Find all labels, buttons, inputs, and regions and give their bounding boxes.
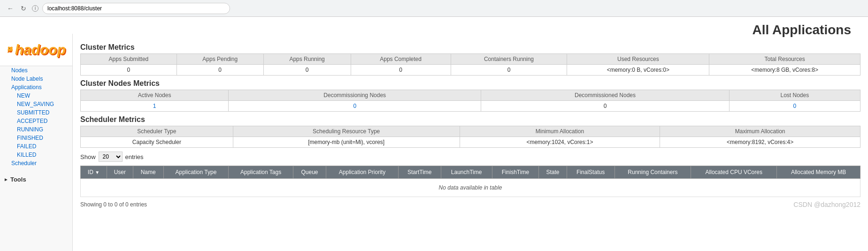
val-containers-running: 0 bbox=[451, 65, 567, 76]
elephant-icon bbox=[7, 40, 14, 59]
col-apps-running: Apps Running bbox=[263, 54, 351, 65]
show-label: Show bbox=[80, 153, 96, 160]
th-launch-time: LaunchTime bbox=[441, 166, 492, 179]
hadoop-logo-text: hadoop bbox=[15, 42, 66, 58]
tools-section-title[interactable]: ► Tools bbox=[4, 175, 69, 184]
applications-table: ID ▼ User Name Application Type Applicat… bbox=[80, 166, 860, 197]
browser-chrome: ← ↻ i bbox=[0, 0, 868, 17]
col-total-resources: Total Resources bbox=[709, 54, 860, 65]
val-used-resources: <memory:0 B, vCores:0> bbox=[567, 65, 709, 76]
th-application-type: Application Type bbox=[163, 166, 229, 179]
col-apps-completed: Apps Completed bbox=[351, 54, 451, 65]
val-scheduling-resource-type: [memory-mb (unit=Mi), vcores] bbox=[233, 137, 460, 148]
th-queue: Queue bbox=[293, 166, 326, 179]
no-data-cell: No data available in table bbox=[81, 179, 860, 197]
sidebar-item-node-labels[interactable]: Node Labels bbox=[4, 75, 69, 83]
th-allocated-memory-mb: Allocated Memory MB bbox=[777, 166, 860, 179]
lost-nodes-link[interactable]: 0 bbox=[793, 103, 797, 109]
col-containers-running: Containers Running bbox=[451, 54, 567, 65]
cluster-nodes-table: Active Nodes Decommissioning Nodes Decom… bbox=[80, 90, 860, 112]
sidebar-item-applications[interactable]: Applications bbox=[4, 83, 69, 91]
active-nodes-link[interactable]: 1 bbox=[153, 103, 156, 109]
sidebar-item-running[interactable]: RUNNING bbox=[4, 125, 69, 134]
decommissioning-nodes-link[interactable]: 0 bbox=[353, 103, 356, 109]
val-apps-submitted: 0 bbox=[81, 65, 177, 76]
cluster-nodes-title: Cluster Nodes Metrics bbox=[80, 79, 860, 88]
th-application-priority: Application Priority bbox=[326, 166, 399, 179]
svg-point-7 bbox=[11, 51, 12, 53]
scheduler-metrics-title: Scheduler Metrics bbox=[80, 115, 860, 124]
svg-point-3 bbox=[11, 46, 13, 49]
val-active-nodes[interactable]: 1 bbox=[81, 101, 229, 112]
th-finish-time: FinishTime bbox=[492, 166, 538, 179]
col-scheduler-type: Scheduler Type bbox=[81, 126, 233, 137]
th-state: State bbox=[539, 166, 567, 179]
url-bar[interactable] bbox=[42, 3, 230, 14]
val-apps-completed: 0 bbox=[351, 65, 451, 76]
th-running-containers: Running Containers bbox=[615, 166, 691, 179]
col-lost-nodes: Lost Nodes bbox=[729, 90, 860, 101]
sidebar-item-new-saving[interactable]: NEW_SAVING bbox=[4, 100, 69, 108]
col-active-nodes: Active Nodes bbox=[81, 90, 229, 101]
svg-point-4 bbox=[9, 48, 10, 49]
th-user: User bbox=[107, 166, 133, 179]
sidebar-item-finished[interactable]: FINISHED bbox=[4, 134, 69, 142]
security-icon: i bbox=[32, 5, 38, 12]
sidebar-item-failed[interactable]: FAILED bbox=[4, 142, 69, 151]
cluster-metrics-table: Apps Submitted Apps Pending Apps Running… bbox=[80, 53, 860, 76]
sidebar-item-submitted[interactable]: SUBMITTED bbox=[4, 108, 69, 117]
scheduler-metrics-table: Scheduler Type Scheduling Resource Type … bbox=[80, 126, 860, 148]
th-start-time: StartTime bbox=[398, 166, 441, 179]
val-maximum-allocation: <memory:8192, vCores:4> bbox=[660, 137, 860, 148]
col-decommissioned-nodes: Decommissioned Nodes bbox=[481, 90, 729, 101]
entries-suffix: entries bbox=[125, 153, 144, 160]
val-lost-nodes[interactable]: 0 bbox=[729, 101, 860, 112]
sidebar-item-scheduler[interactable]: Scheduler bbox=[4, 159, 69, 167]
tools-section: ► Tools bbox=[0, 173, 72, 186]
col-used-resources: Used Resources bbox=[567, 54, 709, 65]
svg-point-5 bbox=[8, 51, 9, 53]
col-apps-pending: Apps Pending bbox=[177, 54, 263, 65]
th-name: Name bbox=[133, 166, 163, 179]
col-apps-submitted: Apps Submitted bbox=[81, 54, 177, 65]
col-minimum-allocation: Minimum Allocation bbox=[460, 126, 660, 137]
val-total-resources: <memory:8 GB, vCores:8> bbox=[709, 65, 860, 76]
val-decommissioning-nodes[interactable]: 0 bbox=[229, 101, 481, 112]
table-footer: Showing 0 to 0 of 0 entries CSDN @dazhon… bbox=[80, 201, 860, 208]
svg-point-6 bbox=[10, 51, 11, 53]
tools-label: Tools bbox=[10, 176, 26, 183]
sidebar: ▼ Cluster About Nodes Node Labels Applic… bbox=[0, 43, 73, 251]
th-final-status: FinalStatus bbox=[567, 166, 615, 179]
sort-arrow-icon: ▼ bbox=[95, 170, 100, 175]
th-allocated-cpu-vcores: Allocated CPU VCores bbox=[691, 166, 777, 179]
val-minimum-allocation: <memory:1024, vCores:1> bbox=[460, 137, 660, 148]
th-id[interactable]: ID ▼ bbox=[81, 166, 107, 179]
sidebar-item-accepted[interactable]: ACCEPTED bbox=[4, 117, 69, 125]
col-decommissioning-nodes: Decommissioning Nodes bbox=[229, 90, 481, 101]
sidebar-item-new[interactable]: NEW bbox=[4, 91, 69, 100]
hadoop-logo: hadoop bbox=[4, 38, 69, 62]
page-title: All Applications bbox=[80, 23, 860, 38]
val-apps-running: 0 bbox=[263, 65, 351, 76]
no-data-row: No data available in table bbox=[81, 179, 860, 197]
val-decommissioned-nodes: 0 bbox=[481, 101, 729, 112]
tools-arrow-icon: ► bbox=[4, 177, 8, 182]
refresh-button[interactable]: ↻ bbox=[19, 4, 28, 13]
col-maximum-allocation: Maximum Allocation bbox=[660, 126, 860, 137]
showing-text: Showing 0 to 0 of 0 entries bbox=[80, 201, 147, 208]
col-scheduling-resource-type: Scheduling Resource Type bbox=[233, 126, 460, 137]
val-scheduler-type: Capacity Scheduler bbox=[81, 137, 233, 148]
watermark-text: CSDN @dazhong2012 bbox=[793, 201, 860, 208]
entries-select[interactable]: 10 20 50 100 bbox=[99, 152, 123, 162]
cluster-metrics-title: Cluster Metrics bbox=[80, 43, 860, 52]
val-apps-pending: 0 bbox=[177, 65, 263, 76]
main-content: All Applications Cluster Metrics Apps Su… bbox=[73, 17, 868, 251]
sidebar-item-nodes[interactable]: Nodes bbox=[4, 66, 69, 75]
sidebar-item-killed[interactable]: KILLED bbox=[4, 151, 69, 159]
show-entries-row: Show 10 20 50 100 entries bbox=[80, 152, 860, 162]
back-button[interactable]: ← bbox=[6, 4, 15, 13]
logo-area: hadoop bbox=[0, 34, 73, 66]
th-application-tags: Application Tags bbox=[229, 166, 293, 179]
